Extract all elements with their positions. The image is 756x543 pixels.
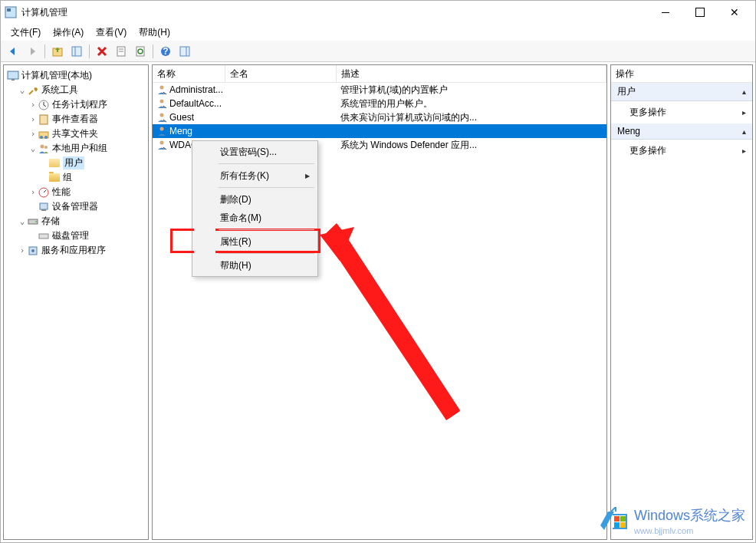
svg-point-22 <box>44 146 48 149</box>
windows-logo-icon <box>600 507 628 535</box>
svg-point-27 <box>35 221 37 222</box>
maximize-button[interactable] <box>682 1 717 24</box>
toolbar-separator <box>89 44 90 58</box>
ctx-delete[interactable]: 删除(D) <box>194 190 316 209</box>
title-text: 计算机管理 <box>21 6 648 19</box>
expand-icon[interactable]: › <box>28 129 38 139</box>
col-desc[interactable]: 描述 <box>337 65 606 82</box>
expand-icon[interactable]: › <box>28 187 38 197</box>
svg-point-34 <box>160 127 164 131</box>
action-more-2[interactable]: 更多操作 ▸ <box>611 140 752 162</box>
menu-help[interactable]: 帮助(H) <box>133 25 176 41</box>
tree-users[interactable]: 用户 <box>7 156 145 170</box>
list-row-selected[interactable]: Meng <box>153 124 606 138</box>
collapse-icon[interactable]: ⌄ <box>18 85 27 95</box>
toolbar-separator <box>44 44 45 58</box>
delete-button[interactable] <box>94 43 110 60</box>
users-icon <box>38 143 50 155</box>
tree-event-viewer[interactable]: › 事件查看器 <box>7 112 145 127</box>
ctx-rename[interactable]: 重命名(M) <box>194 209 316 227</box>
separator <box>219 229 314 230</box>
action-group-meng[interactable]: Meng ▴ <box>611 123 752 140</box>
action-group-users[interactable]: 用户 ▴ <box>611 83 752 101</box>
tree-panel[interactable]: 计算机管理(本地) ⌄ 系统工具 › 任务计划程序 › 事件查看器 › 共享文件… <box>3 64 149 540</box>
svg-rect-14 <box>8 71 18 79</box>
watermark-url: www.bjjmlv.com <box>634 526 745 535</box>
forward-button[interactable] <box>24 43 41 60</box>
storage-icon <box>27 216 39 228</box>
toolbar: ? <box>1 41 755 62</box>
tree-root[interactable]: 计算机管理(本地) <box>7 68 145 83</box>
col-fullname[interactable]: 全名 <box>225 65 337 82</box>
svg-point-35 <box>160 141 164 145</box>
folder-icon <box>48 172 61 184</box>
refresh-button[interactable] <box>132 43 149 60</box>
actions-panel: 操作 用户 ▴ 更多操作 ▸ Meng ▴ 更多操作 ▸ <box>610 64 753 540</box>
ctx-set-password[interactable]: 设置密码(S)... <box>194 143 316 161</box>
properties-button[interactable] <box>113 43 130 60</box>
col-name[interactable]: 名称 <box>153 65 225 82</box>
collapse-icon: ▴ <box>742 127 746 136</box>
expand-icon[interactable]: › <box>28 100 38 110</box>
list-header: 名称 全名 描述 <box>153 65 606 83</box>
list-row[interactable]: DefaultAcc... 系统管理的用户帐户。 <box>153 97 606 110</box>
toolbar-separator <box>153 44 153 58</box>
show-hide-action-button[interactable] <box>176 43 193 60</box>
watermark-text: Windows系统之家 <box>634 506 745 525</box>
svg-rect-17 <box>40 115 48 124</box>
close-button[interactable]: ✕ <box>717 1 751 24</box>
show-hide-tree-button[interactable] <box>68 43 85 60</box>
ctx-properties[interactable]: 属性(R) <box>194 232 316 251</box>
main-area: 计算机管理(本地) ⌄ 系统工具 › 任务计划程序 › 事件查看器 › 共享文件… <box>1 62 755 542</box>
user-icon <box>156 112 167 123</box>
separator <box>219 253 314 254</box>
services-icon <box>27 245 39 257</box>
device-icon <box>38 201 50 213</box>
menu-view[interactable]: 查看(V) <box>90 25 133 41</box>
watermark: Windows系统之家 www.bjjmlv.com <box>600 506 745 535</box>
expand-icon[interactable]: › <box>18 245 27 255</box>
user-icon <box>156 126 167 137</box>
tree-local-users-groups[interactable]: ⌄ 本地用户和组 <box>7 141 145 156</box>
svg-rect-24 <box>40 203 48 209</box>
tree-services-apps[interactable]: › 服务和应用程序 <box>7 243 145 258</box>
minimize-button[interactable] <box>648 1 682 24</box>
svg-rect-42 <box>620 522 626 528</box>
actions-header: 操作 <box>611 65 752 83</box>
tree-performance[interactable]: › 性能 <box>7 185 145 199</box>
title-bar[interactable]: 计算机管理 ✕ <box>1 1 755 24</box>
ctx-help[interactable]: 帮助(H) <box>194 256 316 275</box>
separator <box>219 163 314 164</box>
list-row[interactable]: Guest 供来宾访问计算机或访问域的内... <box>153 110 606 124</box>
user-icon <box>156 98 167 109</box>
svg-rect-1 <box>7 8 11 12</box>
tree-device-manager[interactable]: 设备管理器 <box>7 199 145 214</box>
tree-system-tools[interactable]: ⌄ 系统工具 <box>7 83 145 97</box>
expand-icon[interactable]: › <box>28 114 38 124</box>
tree-groups[interactable]: 组 <box>7 170 145 185</box>
user-icon <box>156 84 167 95</box>
list-row[interactable]: Administrat... 管理计算机(域)的内置帐户 <box>153 83 606 97</box>
tree-storage[interactable]: ⌄ 存储 <box>7 214 145 229</box>
back-button[interactable] <box>5 43 21 60</box>
menu-file[interactable]: 文件(F) <box>5 25 47 41</box>
svg-point-32 <box>160 100 164 104</box>
ctx-all-tasks[interactable]: 所有任务(K) <box>194 166 316 185</box>
up-button[interactable] <box>49 43 66 60</box>
menu-bar: 文件(F) 操作(A) 查看(V) 帮助(H) <box>1 24 755 41</box>
list-panel: 名称 全名 描述 Administrat... 管理计算机(域)的内置帐户 De… <box>152 64 607 540</box>
collapse-icon[interactable]: ⌄ <box>28 143 38 153</box>
collapse-icon[interactable]: ⌄ <box>18 216 27 226</box>
disk-icon <box>38 230 50 242</box>
menu-action[interactable]: 操作(A) <box>47 25 90 41</box>
tree-disk-management[interactable]: 磁盘管理 <box>7 229 145 243</box>
svg-point-20 <box>44 136 48 139</box>
svg-text:?: ? <box>163 46 168 57</box>
tree-task-scheduler[interactable]: › 任务计划程序 <box>7 97 145 112</box>
submenu-icon: ▸ <box>742 108 746 117</box>
action-more-1[interactable]: 更多操作 ▸ <box>611 101 752 123</box>
help-button[interactable]: ? <box>157 43 174 60</box>
submenu-icon: ▸ <box>742 146 746 155</box>
context-menu: 设置密码(S)... 所有任务(K) 删除(D) 重命名(M) 属性(R) 帮助… <box>192 140 318 277</box>
tree-shared-folders[interactable]: › 共享文件夹 <box>7 127 145 141</box>
